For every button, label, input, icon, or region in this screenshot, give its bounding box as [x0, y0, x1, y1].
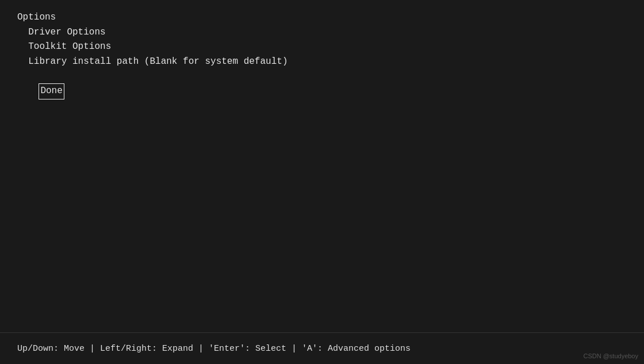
menu-item-done[interactable]: Done	[39, 84, 63, 99]
menu-item-options[interactable]: Options	[17, 10, 627, 25]
main-content: Options Driver Options Toolkit Options L…	[0, 0, 644, 332]
status-bar: Up/Down: Move | Left/Right: Expand | 'En…	[0, 332, 644, 364]
menu-item-library-install[interactable]: Library install path (Blank for system d…	[17, 55, 627, 70]
status-bar-text: Up/Down: Move | Left/Right: Expand | 'En…	[17, 344, 411, 354]
watermark: CSDN @studyeboy	[583, 352, 638, 359]
menu-item-toolkit-options[interactable]: Toolkit Options	[17, 40, 627, 55]
menu-item-done-wrapper: Done	[17, 69, 627, 113]
menu-item-driver-options[interactable]: Driver Options	[17, 25, 627, 40]
